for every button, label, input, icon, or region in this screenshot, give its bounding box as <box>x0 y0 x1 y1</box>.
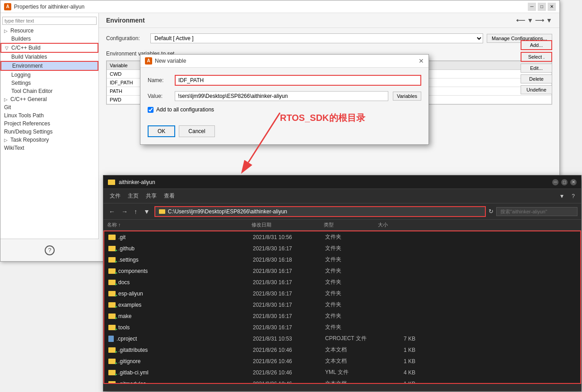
variables-button[interactable]: Variables <box>393 92 421 101</box>
value-label: Value: <box>148 93 170 99</box>
add-all-configs-checkbox[interactable] <box>148 107 154 113</box>
dialog-title-bar: A New variable ✕ <box>140 55 428 68</box>
rtos-annotation-label: RTOS_SDK的根目录 <box>280 112 365 124</box>
dialog-title-text: New variable <box>155 58 186 64</box>
checkbox-label: Add to all configurations <box>156 106 214 113</box>
svg-line-1 <box>248 113 280 162</box>
name-input[interactable] <box>175 75 421 86</box>
dialog-app-icon: A <box>145 57 152 65</box>
name-label: Name: <box>148 77 170 83</box>
dialog-overlay: A New variable ✕ Name: Value: Variables … <box>0 0 582 392</box>
ok-button[interactable]: OK <box>148 125 175 137</box>
value-input[interactable] <box>175 91 388 101</box>
value-row: Value: Variables <box>148 91 421 101</box>
dialog-title-left: A New variable <box>145 57 186 65</box>
name-row: Name: <box>148 75 421 86</box>
dialog-close-button[interactable]: ✕ <box>419 57 424 65</box>
cancel-button[interactable]: Cancel <box>179 125 214 137</box>
